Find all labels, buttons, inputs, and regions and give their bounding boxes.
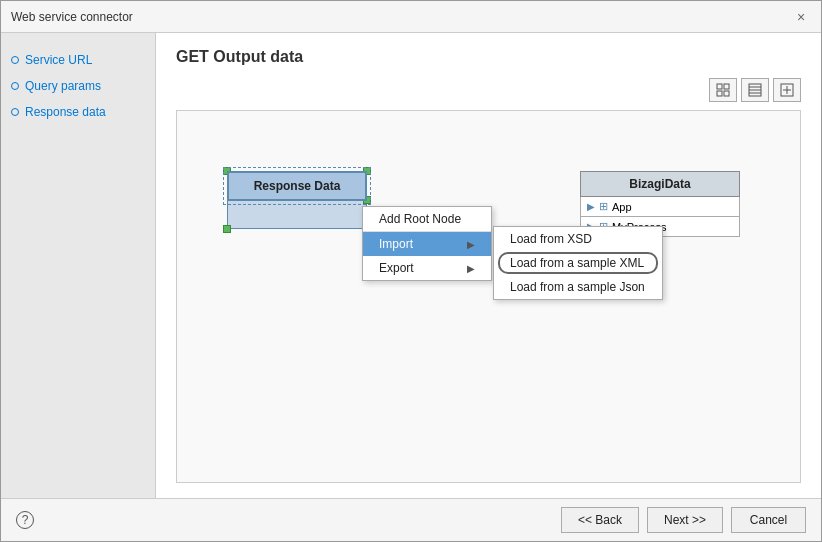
canvas-area: Response Data BizagiData ▶ ⊞ App ▶	[176, 110, 801, 483]
title-bar: Web service connector ×	[1, 1, 821, 33]
content-area: Service URL Query params Response data G…	[1, 33, 821, 498]
footer: ? << Back Next >> Cancel	[1, 498, 821, 541]
sidebar-item-response-data[interactable]: Response data	[11, 105, 145, 119]
submenu-item-load-json[interactable]: Load from a sample Json	[494, 275, 662, 299]
help-button[interactable]: ?	[16, 511, 34, 529]
footer-left: ?	[16, 511, 34, 529]
bizagi-child-app: App	[612, 201, 632, 213]
submenu-item-load-xml[interactable]: Load from a sample XML	[494, 251, 662, 275]
bullet-icon	[11, 56, 19, 64]
response-data-header: Response Data	[227, 171, 367, 201]
response-data-node: Response Data	[227, 171, 367, 229]
sidebar: Service URL Query params Response data	[1, 33, 156, 498]
next-button[interactable]: Next >>	[647, 507, 723, 533]
bullet-icon	[11, 82, 19, 90]
expand-icon	[780, 83, 794, 97]
sidebar-label-service-url: Service URL	[25, 53, 92, 67]
grid2-icon	[748, 83, 762, 97]
svg-rect-1	[724, 84, 729, 89]
connector-dot	[223, 225, 231, 233]
close-button[interactable]: ×	[791, 7, 811, 27]
load-xml-label: Load from a sample XML	[510, 256, 644, 270]
submenu: Load from XSD Load from a sample XML Loa…	[493, 226, 663, 300]
menu-item-add-root-node[interactable]: Add Root Node	[363, 207, 491, 231]
response-data-label: Response Data	[254, 179, 341, 193]
toolbar-grid2-button[interactable]	[741, 78, 769, 102]
toolbar-grid1-button[interactable]	[709, 78, 737, 102]
back-button[interactable]: << Back	[561, 507, 639, 533]
load-xsd-label: Load from XSD	[510, 232, 592, 246]
tree-expand-icon[interactable]: ▶	[587, 201, 595, 212]
main-panel: GET Output data	[156, 33, 821, 498]
svg-rect-2	[717, 91, 722, 96]
add-root-node-label: Add Root Node	[379, 212, 461, 226]
submenu-arrow-icon: ▶	[467, 263, 475, 274]
import-label: Import	[379, 237, 413, 251]
menu-item-export[interactable]: Export ▶	[363, 256, 491, 280]
sidebar-item-service-url[interactable]: Service URL	[11, 53, 145, 67]
sidebar-item-query-params[interactable]: Query params	[11, 79, 145, 93]
load-json-label: Load from a sample Json	[510, 280, 645, 294]
sidebar-label-response-data: Response data	[25, 105, 106, 119]
dialog: Web service connector × Service URL Quer…	[0, 0, 822, 542]
menu-item-import[interactable]: Import ▶	[363, 232, 491, 256]
toolbar-expand-button[interactable]	[773, 78, 801, 102]
submenu-item-load-xsd[interactable]: Load from XSD	[494, 227, 662, 251]
bizagi-row-app: ▶ ⊞ App	[580, 197, 740, 217]
sidebar-label-query-params: Query params	[25, 79, 101, 93]
submenu-arrow-icon: ▶	[467, 239, 475, 250]
bizagi-header: BizagiData	[580, 171, 740, 197]
toolbar	[176, 78, 801, 102]
grid1-icon	[716, 83, 730, 97]
dialog-title: Web service connector	[11, 10, 133, 24]
bizagi-label: BizagiData	[629, 177, 690, 191]
page-title: GET Output data	[176, 48, 801, 66]
cancel-button[interactable]: Cancel	[731, 507, 806, 533]
export-label: Export	[379, 261, 414, 275]
response-data-body	[227, 201, 367, 229]
context-menu: Add Root Node Import ▶ Export ▶	[362, 206, 492, 281]
grid-icon: ⊞	[599, 200, 608, 213]
bullet-icon	[11, 108, 19, 116]
svg-rect-0	[717, 84, 722, 89]
svg-rect-3	[724, 91, 729, 96]
